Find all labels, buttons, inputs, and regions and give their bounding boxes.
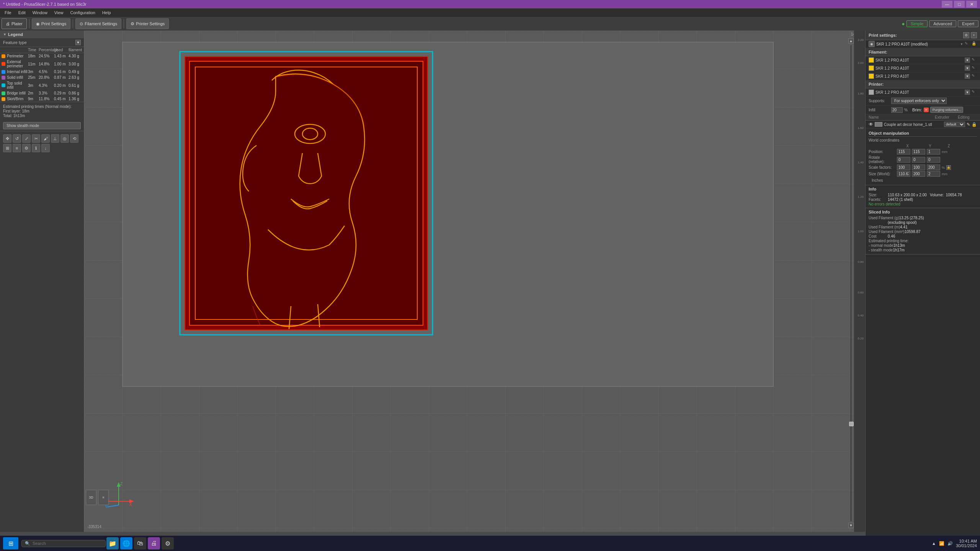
taskbar-date: 30/01/2024 [956, 543, 977, 548]
menu-edit[interactable]: Edit [15, 10, 29, 16]
support-tool-button[interactable]: ⊥ [51, 134, 59, 143]
search-input[interactable] [33, 541, 94, 546]
position-z-input[interactable] [927, 149, 940, 155]
object-visibility-icon[interactable]: 👁 [869, 122, 873, 127]
size-z-input[interactable] [927, 171, 940, 177]
move-tool-button[interactable]: ✥ [3, 134, 11, 143]
taskbar-search[interactable]: 🔍 [21, 540, 106, 547]
object-lock-icon[interactable]: 🔒 [972, 122, 977, 127]
filament-dropdown-2[interactable]: ▼ [965, 65, 970, 71]
layer-slider[interactable]: ▲ ▼ [848, 38, 854, 528]
menu-window[interactable]: Window [29, 10, 51, 16]
printer-color[interactable] [869, 90, 874, 95]
filament-color-3[interactable] [869, 73, 874, 79]
taskbar-browser[interactable]: 🌐 [120, 537, 132, 549]
layer-thumb[interactable] [849, 422, 854, 426]
supports-select[interactable]: For support enforcers only [891, 98, 947, 104]
expert-mode-button[interactable]: Expert [958, 20, 978, 27]
ruler-mark: 1.80 [858, 92, 864, 95]
filament-color-2[interactable] [869, 65, 874, 71]
taskbar-app2[interactable]: ⚙ [162, 537, 174, 549]
advanced-mode-button[interactable]: Advanced [929, 20, 956, 27]
minimize-button[interactable]: — [942, 1, 952, 8]
brim-tag[interactable]: × [924, 108, 929, 112]
view-3d-button[interactable]: 3D [86, 490, 96, 505]
infill-input[interactable] [891, 107, 903, 113]
taskbar-prusaslicer[interactable]: 🖨 [148, 537, 160, 549]
seam-tool-button[interactable]: ◎ [60, 134, 69, 143]
print-settings-title: Print settings: [869, 33, 897, 37]
show-stealth-button[interactable]: Show stealth mode [3, 122, 81, 129]
view-cube[interactable]: 3D ≡ [86, 490, 109, 509]
paint-tool-button[interactable]: 🖌 [41, 134, 50, 143]
scale-lock-button[interactable]: 🔒 [946, 165, 951, 170]
orient-button[interactable]: ⟲ [70, 134, 78, 143]
object-edit-icon[interactable]: ✎ [967, 122, 970, 127]
plater-button[interactable]: 🖨 Plater [2, 18, 27, 29]
filament-color-1[interactable] [869, 57, 874, 63]
filament-dropdown-1[interactable]: ▼ [965, 57, 970, 63]
size-y-input[interactable] [912, 171, 925, 177]
layer-up-button[interactable]: ▲ [848, 38, 854, 44]
filament-settings-button[interactable]: ⊙ Filament Settings [75, 18, 121, 29]
taskbar-store[interactable]: 🛍 [134, 537, 146, 549]
filament-dropdown-3[interactable]: ▼ [965, 73, 970, 79]
scale-z-input[interactable] [927, 165, 940, 170]
ps-icon-2[interactable]: + [971, 32, 977, 38]
arrange-button[interactable]: ⊞ [3, 144, 11, 152]
close-button[interactable]: ✕ [966, 1, 977, 8]
simple-mode-button[interactable]: Simple [906, 20, 928, 27]
object-color-swatch[interactable] [875, 122, 882, 127]
maximize-button[interactable]: □ [954, 1, 965, 8]
info-button[interactable]: ℹ [32, 144, 40, 152]
cut-tool-button[interactable]: ✂ [32, 134, 40, 143]
feature-type-dropdown[interactable]: ▼ [75, 40, 81, 45]
ps-icon-1[interactable]: ⚙ [963, 32, 969, 38]
position-label: Position: [869, 150, 895, 154]
sla-button[interactable]: ≡ [13, 144, 21, 152]
x-header: X [897, 144, 918, 148]
layer-track[interactable] [850, 44, 852, 522]
position-x-input[interactable] [897, 149, 910, 155]
filament-edit-1[interactable]: ✎ [972, 57, 977, 63]
size-x-input[interactable] [897, 171, 910, 177]
col-extruder-header: Extruder [935, 115, 958, 119]
rotate-x-input[interactable] [897, 157, 910, 163]
config-lock-icon[interactable]: 🔒 [972, 41, 977, 47]
extruder-select[interactable]: default [944, 122, 965, 127]
menu-file[interactable]: File [2, 10, 15, 16]
rotate-tool-button[interactable]: ↺ [13, 134, 21, 143]
list-item: Solid infill 25m 20.8% 0.87 m 2.63 g [0, 75, 84, 80]
print-settings-button[interactable]: ◉ Print Settings [32, 18, 70, 29]
printer-edit[interactable]: ✎ [972, 90, 977, 95]
position-y-input[interactable] [912, 149, 925, 155]
list-item: Perimeter 18m 24.5% 1.43 m 4.30 g [0, 53, 84, 59]
config-edit-icon[interactable]: ✎ [965, 41, 970, 47]
rotate-z-input[interactable] [927, 157, 940, 163]
menu-view[interactable]: View [51, 10, 67, 16]
down-arrow-button[interactable]: ↓ [41, 144, 50, 152]
filament-edit-2[interactable]: ✎ [972, 65, 977, 71]
view-layers-button[interactable]: ≡ [98, 490, 109, 505]
menu-configuration[interactable]: Configuration [67, 10, 98, 16]
rotate-y-input[interactable] [912, 157, 925, 163]
windows-start-button[interactable]: ⊞ [3, 537, 18, 549]
menu-help[interactable]: Help [99, 10, 114, 16]
filament-edit-3[interactable]: ✎ [972, 73, 977, 79]
time-first-layer: First layer: 18m [3, 109, 81, 113]
cost-row: Cost 0.46 [869, 234, 977, 238]
right-panel: Print settings: ⚙ + ◉ SKR 1.2 PRO A10T (… [865, 31, 980, 551]
scale-y-input[interactable] [912, 165, 925, 170]
viewport[interactable]: Z X Y 3D ≡ -335314 149735 [84, 31, 865, 532]
config-dropdown-arrow[interactable]: ▼ [960, 42, 963, 46]
scale-x-input[interactable] [897, 165, 910, 170]
printer-dropdown[interactable]: ▼ [965, 90, 970, 95]
settings-tool-button[interactable]: ⚙ [22, 144, 31, 152]
time-val: 2m [28, 91, 39, 95]
scale-tool-button[interactable]: ⤢ [22, 134, 31, 143]
layer-down-button[interactable]: ▼ [848, 523, 854, 528]
ruler-right: 2.20 2.00 1.80 1.60 1.40 1.20 1.00 0.80 … [854, 31, 865, 532]
printer-settings-button[interactable]: ⚙ Printer Settings [126, 18, 169, 29]
purging-volumes-button[interactable]: Purging volumes... [930, 107, 964, 113]
taskbar-file-explorer[interactable]: 📁 [106, 537, 119, 549]
